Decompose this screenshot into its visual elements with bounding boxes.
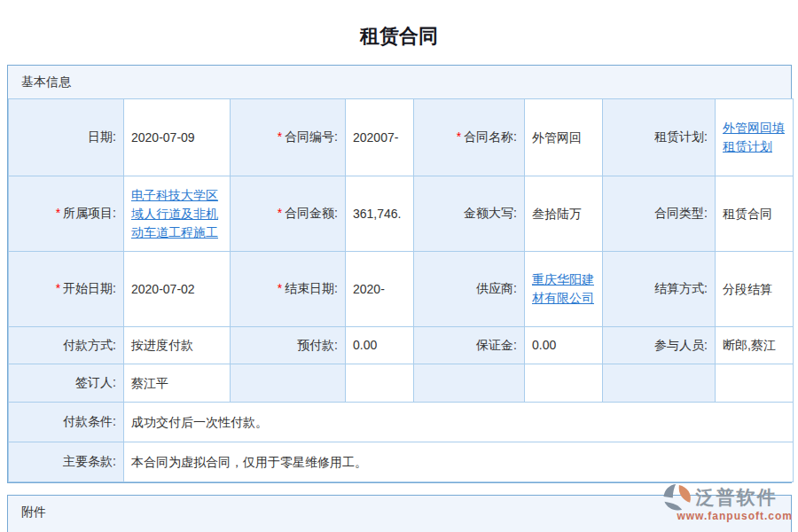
field-label-date: 日期: [9, 99, 124, 176]
lease-plan-link[interactable]: 外管网回填租赁计划 [723, 121, 785, 153]
field-label-lease-plan: 租赁计划: [603, 99, 716, 176]
empty-label-cell [414, 364, 525, 403]
field-label-amount-words: 金额大写: [414, 176, 525, 252]
field-value-settlement-method: 分段结算 [716, 252, 794, 327]
required-asterisk: * [278, 206, 282, 220]
field-value-contract-amount: 361,746. [346, 176, 414, 252]
field-value-supplier: 重庆华阳建材有限公司 [525, 252, 603, 327]
field-label-signer: 签订人: [9, 364, 124, 403]
field-label-main-clauses: 主要条款: [9, 442, 124, 482]
watermark-brand-text: 泛普软件 [695, 487, 777, 507]
empty-label-cell [231, 364, 346, 403]
field-label-start-date: *开始日期: [9, 252, 124, 327]
field-label-supplier: 供应商: [414, 252, 525, 327]
field-label-settlement-method: 结算方式: [603, 252, 716, 327]
basic-info-grid: 日期: 2020-07-09 *合同编号: 202007- *合同名称: 外管网… [8, 98, 794, 482]
watermark-url-text: www.fanpusoft.com [662, 510, 793, 522]
field-label-contract-name: *合同名称: [414, 99, 525, 176]
field-label-contract-type: 合同类型: [603, 176, 716, 252]
field-label-payment-method: 付款方式: [9, 327, 124, 364]
basic-info-section-title: 基本信息 [8, 66, 791, 98]
empty-value-cell [346, 364, 414, 403]
field-value-project: 电子科技大学区域人行道及非机动车道工程施工 [124, 176, 231, 252]
field-value-start-date: 2020-07-02 [124, 252, 231, 327]
field-value-lease-plan: 外管网回填租赁计划 [716, 99, 794, 176]
field-label-payment-terms: 付款条件: [9, 403, 124, 442]
empty-value-cell [716, 364, 794, 403]
fanpu-logo-icon [662, 483, 692, 512]
table-row: *所属项目: 电子科技大学区域人行道及非机动车道工程施工 *合同金额: 361,… [9, 176, 794, 252]
project-link[interactable]: 电子科技大学区域人行道及非机动车道工程施工 [131, 188, 218, 239]
field-value-end-date: 2020- [346, 252, 414, 327]
field-label-end-date: *结束日期: [231, 252, 346, 327]
field-value-payment-terms: 成功交付后一次性付款。 [124, 403, 794, 442]
table-row: 日期: 2020-07-09 *合同编号: 202007- *合同名称: 外管网… [9, 99, 794, 176]
required-asterisk: * [278, 281, 282, 295]
field-value-contract-name: 外管网回 [525, 99, 603, 176]
required-asterisk: * [56, 281, 60, 295]
field-label-contract-no: *合同编号: [231, 99, 346, 176]
field-value-contract-type: 租赁合同 [716, 176, 794, 252]
supplier-link[interactable]: 重庆华阳建材有限公司 [532, 272, 594, 305]
field-label-advance-payment: 预付款: [231, 327, 346, 364]
empty-value-cell [525, 364, 603, 403]
table-row: 签订人: 蔡江平 [9, 364, 794, 403]
table-row: 付款方式: 按进度付款 预付款: 0.00 保证金: 0.00 参与人员: 断郎… [9, 327, 794, 364]
field-value-date: 2020-07-09 [124, 99, 231, 176]
field-label-deposit: 保证金: [414, 327, 525, 364]
basic-info-panel: 基本信息 日期: 2020-07-09 *合同编号: 202007- *合同名称… [7, 65, 792, 483]
required-asterisk: * [56, 206, 60, 220]
field-value-amount-words: 叁拾陆万 [525, 176, 603, 252]
field-value-main-clauses: 本合同为虚拟合同，仅用于零星维修用工。 [124, 442, 794, 482]
page-title: 租赁合同 [0, 0, 798, 47]
field-value-contract-no: 202007- [346, 99, 414, 176]
field-value-payment-method: 按进度付款 [124, 327, 231, 364]
empty-label-cell [603, 364, 716, 403]
field-label-participants: 参与人员: [603, 327, 716, 364]
table-row: 主要条款: 本合同为虚拟合同，仅用于零星维修用工。 [9, 442, 794, 482]
field-value-participants: 断郎,蔡江 [716, 327, 794, 364]
field-value-advance-payment: 0.00 [346, 327, 414, 364]
table-row: 付款条件: 成功交付后一次性付款。 [9, 403, 794, 442]
field-label-contract-amount: *合同金额: [231, 176, 346, 252]
field-label-project: *所属项目: [9, 176, 124, 252]
required-asterisk: * [457, 129, 461, 144]
field-value-signer: 蔡江平 [124, 364, 231, 403]
table-row: *开始日期: 2020-07-02 *结束日期: 2020- 供应商: 重庆华阳… [9, 252, 794, 327]
watermark: 泛普软件 www.fanpusoft.com [662, 483, 793, 522]
field-value-deposit: 0.00 [525, 327, 603, 364]
required-asterisk: * [278, 129, 282, 144]
